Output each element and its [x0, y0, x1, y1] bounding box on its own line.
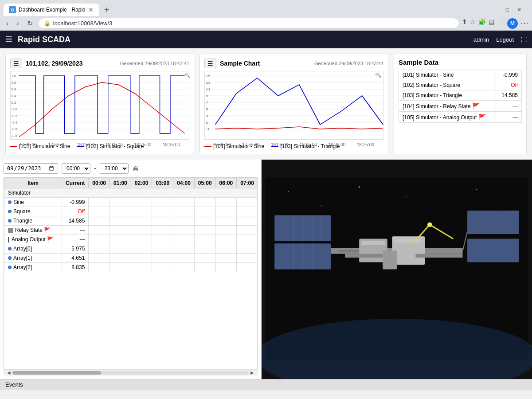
screen-icon[interactable]: ⬜	[497, 18, 505, 29]
print-button[interactable]: 🖨	[132, 164, 139, 172]
relay-flag-icon: 🚩	[44, 227, 51, 233]
tab-favicon: ⚙	[9, 6, 16, 13]
chart2-menu-button[interactable]: ☰	[204, 59, 216, 68]
table-controls: 00:0001:0002:0003:00 04:0005:0006:0007:0…	[4, 163, 258, 174]
chart2-title: Sample Chart	[220, 60, 260, 67]
row-item-array2: Array[2]	[4, 263, 62, 272]
date-input[interactable]	[4, 163, 58, 174]
iss-image-section	[262, 160, 532, 379]
chart2-generated: Generated 29/09/2023 18:43:41	[314, 61, 383, 66]
svg-text:7: 7	[206, 101, 208, 105]
time-from-select[interactable]: 00:0001:0002:0003:00 04:0005:0006:0007:0…	[62, 163, 90, 174]
sample-row-value: Off	[496, 80, 522, 90]
svg-rect-72	[361, 241, 385, 245]
sample-row-value: ---	[496, 101, 522, 112]
row-item-triangle: Triangle	[4, 216, 62, 226]
sample-row-value: 14.585	[496, 90, 522, 101]
svg-text:13: 13	[206, 81, 211, 85]
share-icon[interactable]: ⬆	[462, 18, 467, 29]
chart1-generated: Generated 29/09/2023 18:43:41	[120, 61, 189, 66]
sample-row-label: [104] Simulator - Relay State 🚩	[399, 101, 496, 112]
svg-text:11: 11	[206, 87, 211, 91]
data-table-section: 00:0001:0002:0003:00 04:0005:0006:0007:0…	[0, 160, 262, 379]
tab-title: Dashboard Example - Rapid	[19, 7, 86, 13]
svg-text:0.2: 0.2	[12, 101, 16, 105]
minimize-button[interactable]: —	[489, 5, 501, 15]
menu-icon[interactable]: ☰	[5, 35, 12, 44]
restore-button[interactable]: □	[502, 5, 512, 15]
svg-text:0.8: 0.8	[12, 81, 16, 85]
col-0200: 02:00	[131, 178, 152, 188]
row-item-relay: Relay State 🚩	[4, 226, 62, 235]
row-current-array0: 5.975	[62, 244, 89, 254]
chart2-header: ☰ Sample Chart Generated 29/09/2023 18:4…	[204, 59, 383, 68]
svg-rect-71	[345, 254, 383, 257]
active-tab[interactable]: ⚙ Dashboard Example - Rapid ✕	[4, 4, 99, 16]
svg-point-40	[288, 191, 289, 192]
reload-button[interactable]: ↻	[24, 18, 35, 28]
svg-text:1: 1	[206, 121, 208, 125]
dot-icon-array0	[8, 247, 12, 250]
table-row: Array[1] 4.651	[4, 254, 258, 263]
sidebar-icon[interactable]: ▤	[489, 18, 494, 29]
tab-bar: ⚙ Dashboard Example - Rapid ✕ + — □ ✕	[0, 0, 532, 16]
time-separator: -	[94, 165, 96, 172]
scroll-track[interactable]	[12, 371, 249, 375]
table-row: [104] Simulator - Relay State 🚩 ---	[399, 101, 522, 112]
main-content: ☰ 101,102, 29/09/2023 Generated 29/09/20…	[0, 48, 532, 390]
window-controls: — □ ✕	[489, 5, 528, 15]
sample-row-label: [103] Simulator - Triangle	[399, 90, 496, 101]
chart2-area: 15 13 11 9 7 5 3 1 -1 🔍 17	[204, 71, 383, 140]
profile-button[interactable]: M	[507, 18, 518, 29]
table-row: [101] Simulator - Sine -0.999	[399, 70, 522, 80]
extension-icon[interactable]: 🧩	[478, 18, 486, 29]
url-text: localhost:10008/View/3	[53, 20, 112, 27]
svg-point-41	[321, 205, 322, 206]
url-box[interactable]: 🔒 localhost:10008/View/3	[38, 18, 459, 29]
header-right: admin Logout ⛶	[473, 36, 527, 43]
dot-icon-array1	[8, 256, 12, 260]
admin-link[interactable]: admin	[473, 36, 489, 43]
svg-text:-0.4: -0.4	[12, 121, 18, 125]
new-tab-button[interactable]: +	[101, 5, 113, 15]
chart1-title: 101,102, 29/09/2023	[26, 60, 82, 67]
svg-text:-0.6: -0.6	[12, 127, 17, 131]
dot-icon-array2	[8, 266, 12, 269]
svg-rect-74	[392, 236, 425, 238]
bottom-bar[interactable]: Events	[0, 379, 532, 390]
browser-chrome: ⚙ Dashboard Example - Rapid ✕ + — □ ✕ ‹ …	[0, 0, 532, 31]
chart1-menu-button[interactable]: ☰	[10, 59, 22, 68]
data-table-wrapper[interactable]: Item Current 00:00 01:00 02:00 03:00 04:…	[4, 177, 258, 369]
back-button[interactable]: ‹	[4, 19, 11, 28]
sample-row-value: -0.999	[496, 70, 522, 80]
tab-close-button[interactable]: ✕	[88, 6, 94, 13]
horizontal-scrollbar[interactable]: ◀ ▶	[4, 369, 258, 376]
logout-button[interactable]: Logout	[496, 36, 514, 43]
dot-icon-square	[8, 210, 12, 213]
row-item-array1: Array[1]	[4, 254, 62, 263]
svg-text:3: 3	[206, 114, 208, 118]
scroll-left-button[interactable]: ◀	[5, 370, 12, 375]
data-table: Item Current 00:00 01:00 02:00 03:00 04:…	[4, 178, 258, 272]
forward-button[interactable]: ›	[14, 19, 21, 28]
scroll-right-button[interactable]: ▶	[249, 370, 256, 375]
chart1-panel: ☰ 101,102, 29/09/2023 Generated 29/09/20…	[5, 54, 194, 154]
table-row: Relay State 🚩 ---	[4, 226, 258, 235]
close-button[interactable]: ✕	[513, 5, 525, 15]
row-current-triangle: 14.585	[62, 216, 89, 226]
iss-image	[265, 163, 528, 376]
svg-text:0.4: 0.4	[12, 94, 16, 98]
panels-row: ☰ 101,102, 29/09/2023 Generated 29/09/20…	[0, 48, 532, 160]
relay-icon: 🚩	[472, 102, 480, 110]
time-to-select[interactable]: 00:0001:0002:0003:00 04:0005:0006:0007:0…	[100, 163, 129, 174]
row-current-array1: 4.651	[62, 254, 89, 263]
row-current-analog: ---	[62, 235, 89, 244]
scroll-thumb[interactable]	[12, 371, 101, 375]
sample-row-label: [102] Simulator - Square	[399, 80, 496, 90]
fullscreen-icon[interactable]: ⛶	[521, 36, 527, 43]
table-row: [105] Simulator - Analog Output 🚩 ---	[399, 112, 522, 123]
browser-menu-button[interactable]: ⋯	[520, 18, 528, 29]
app-title: Rapid SCADA	[18, 35, 473, 44]
col-0000: 00:00	[89, 178, 110, 188]
bookmark-icon[interactable]: ☆	[470, 18, 476, 29]
